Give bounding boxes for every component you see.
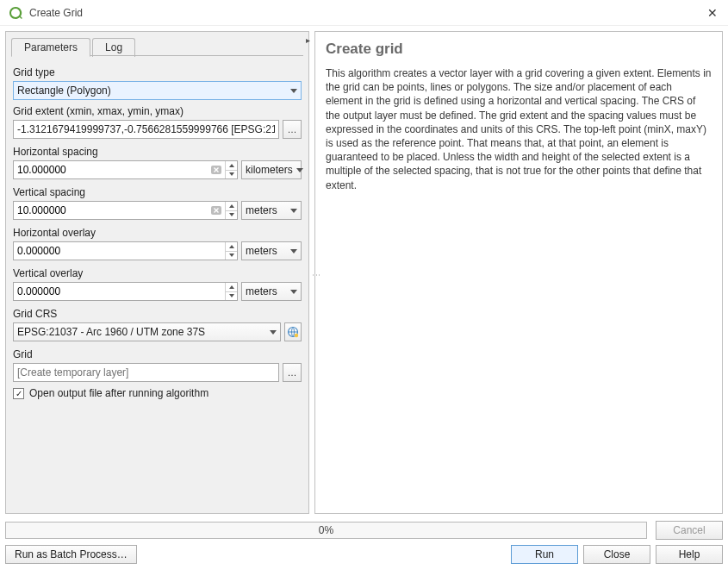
- tab-log[interactable]: Log: [92, 38, 135, 57]
- label-v-overlay: Vertical overlay: [13, 267, 302, 279]
- grid-type-select[interactable]: Rectangle (Polygon): [13, 81, 302, 100]
- spin-down-icon[interactable]: [226, 292, 237, 301]
- label-h-spacing: Horizontal spacing: [13, 146, 302, 158]
- progress-text: 0%: [319, 524, 333, 536]
- label-v-spacing: Vertical spacing: [13, 186, 302, 198]
- h-overlay-unit-select[interactable]: meters: [241, 241, 302, 260]
- clear-icon[interactable]: [209, 163, 223, 177]
- grid-output-input[interactable]: [13, 363, 279, 382]
- close-icon[interactable]: ✕: [706, 6, 719, 20]
- chevron-down-icon: [290, 249, 297, 253]
- grid-extent-browse-button[interactable]: …: [283, 120, 302, 139]
- tab-parameters[interactable]: Parameters: [11, 38, 90, 57]
- open-output-label: Open output file after running algorithm: [29, 387, 208, 399]
- cancel-button[interactable]: Cancel: [656, 521, 723, 540]
- v-overlay-input[interactable]: [13, 282, 238, 301]
- titlebar: Create Grid ✕: [0, 0, 728, 26]
- left-panel: ▸ Parameters Log Grid type Rectangle (Po…: [5, 31, 309, 514]
- open-output-checkbox[interactable]: ✓: [13, 388, 24, 399]
- help-panel: Create grid This algorithm creates a vec…: [314, 31, 723, 514]
- chevron-down-icon: [290, 89, 297, 93]
- chevron-down-icon: [290, 209, 297, 213]
- spin-down-icon[interactable]: [226, 171, 237, 179]
- spin-up-icon[interactable]: [226, 283, 237, 292]
- h-spacing-input[interactable]: [13, 160, 238, 179]
- run-button[interactable]: Run: [511, 545, 578, 564]
- spin-up-icon[interactable]: [226, 161, 237, 171]
- splitter-handle[interactable]: ⋮: [312, 271, 321, 278]
- run-batch-button[interactable]: Run as Batch Process…: [5, 545, 137, 564]
- h-overlay-input[interactable]: [13, 241, 238, 260]
- spin-down-icon[interactable]: [226, 211, 237, 220]
- svg-point-3: [295, 334, 298, 337]
- collapse-panel-icon[interactable]: ▸: [306, 35, 310, 45]
- close-button[interactable]: Close: [583, 545, 650, 564]
- chevron-down-icon: [296, 168, 303, 172]
- window-title: Create Grid: [29, 7, 83, 19]
- clear-icon[interactable]: [209, 203, 223, 217]
- help-text: This algorithm creates a vector layer wi…: [326, 66, 712, 192]
- label-grid-output: Grid: [13, 348, 302, 360]
- spin-up-icon[interactable]: [226, 242, 237, 252]
- h-spacing-unit-select[interactable]: kilometers: [241, 160, 302, 179]
- v-spacing-unit-select[interactable]: meters: [241, 201, 302, 220]
- qgis-logo-icon: [9, 6, 22, 20]
- globe-icon: [287, 326, 299, 338]
- chevron-down-icon: [290, 290, 297, 294]
- v-overlay-unit-select[interactable]: meters: [241, 282, 302, 301]
- help-title: Create grid: [326, 41, 712, 58]
- label-grid-type: Grid type: [13, 66, 302, 78]
- spin-up-icon[interactable]: [226, 202, 237, 211]
- grid-extent-input[interactable]: [13, 120, 279, 139]
- label-grid-extent: Grid extent (xmin, xmax, ymin, ymax): [13, 105, 302, 117]
- help-button[interactable]: Help: [656, 545, 723, 564]
- chevron-down-icon: [270, 330, 277, 335]
- v-spacing-input[interactable]: [13, 201, 238, 220]
- label-grid-crs: Grid CRS: [13, 308, 302, 320]
- label-h-overlay: Horizontal overlay: [13, 227, 302, 239]
- crs-select[interactable]: EPSG:21037 - Arc 1960 / UTM zone 37S: [13, 322, 281, 341]
- progress-bar: 0%: [5, 522, 647, 539]
- grid-output-browse-button[interactable]: …: [283, 363, 302, 382]
- spin-down-icon[interactable]: [226, 252, 237, 260]
- crs-picker-button[interactable]: [284, 322, 302, 341]
